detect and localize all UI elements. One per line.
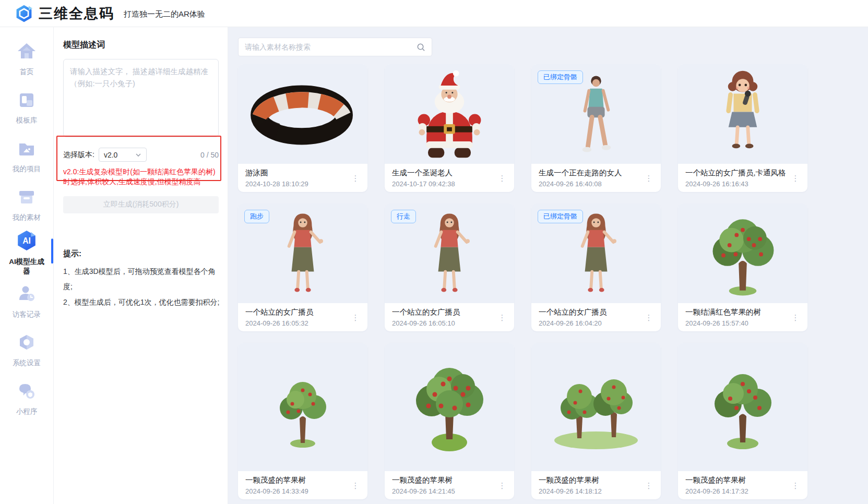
version-select[interactable]: v2.0 bbox=[99, 148, 147, 162]
sidebar-item-settings[interactable]: 系统设置 bbox=[0, 326, 53, 374]
more-menu-icon[interactable]: ⋮ bbox=[497, 316, 507, 319]
card-timestamp: 2024-09-26 16:40:08 bbox=[539, 180, 644, 188]
model-card[interactable]: 一颗茂盛的苹果树 2024-09-26 14:33:49 ⋮ bbox=[238, 343, 367, 499]
sidebar-item-materials[interactable]: 我的素材 bbox=[0, 180, 53, 229]
model-card[interactable]: 一个站立的女广播员,卡通风格 2024-09-26 16:16:43 ⋮ bbox=[678, 64, 807, 192]
sidebar-item-label: 模板库 bbox=[6, 116, 47, 125]
card-info: 一颗结满红色苹果的树 2024-09-26 15:57:40 ⋮ bbox=[678, 303, 807, 331]
sidebar-item-label: 系统设置 bbox=[6, 358, 47, 368]
card-title: 一个站立的女广播员 bbox=[539, 307, 644, 317]
card-title: 一颗茂盛的苹果树 bbox=[539, 475, 644, 485]
card-timestamp: 2024-09-26 15:57:40 bbox=[685, 319, 791, 327]
card-info: 生成一个正在走路的女人 2024-09-26 16:40:08 ⋮ bbox=[531, 164, 661, 192]
tips-title: 提示: bbox=[63, 249, 220, 259]
app-title: 三维全息码 bbox=[39, 4, 114, 23]
sidebar-item-label: 首页 bbox=[6, 67, 47, 77]
card-timestamp: 2024-09-26 16:05:32 bbox=[245, 319, 351, 327]
card-title: 一颗茂盛的苹果树 bbox=[392, 475, 497, 485]
card-timestamp: 2024-09-26 16:16:43 bbox=[685, 180, 791, 188]
card-info: 一个站立的女广播员 2024-09-26 16:05:10 ⋮ bbox=[385, 303, 514, 331]
more-menu-icon[interactable]: ⋮ bbox=[644, 316, 653, 319]
card-timestamp: 2024-09-26 16:04:20 bbox=[539, 319, 644, 327]
model-card[interactable]: 生成一个圣诞老人 2024-10-17 09:42:38 ⋮ bbox=[385, 64, 514, 192]
active-indicator bbox=[51, 238, 53, 263]
card-badge: 已绑定骨骼 bbox=[538, 70, 583, 84]
more-menu-icon[interactable]: ⋮ bbox=[351, 316, 360, 319]
more-menu-icon[interactable]: ⋮ bbox=[497, 177, 507, 179]
ai-generator-icon: AI bbox=[16, 230, 38, 254]
card-timestamp: 2024-09-26 14:18:12 bbox=[539, 487, 644, 495]
model-thumbnail bbox=[385, 64, 514, 164]
generator-panel: 模型描述词 选择版本: v2.0 0 / 50 v2.0:生成复杂模型时(如一颗… bbox=[54, 27, 228, 504]
chevron-down-icon bbox=[135, 152, 141, 158]
card-title: 一颗茂盛的苹果树 bbox=[245, 475, 351, 485]
model-card[interactable]: 一颗茂盛的苹果树 2024-09-26 14:18:12 ⋮ bbox=[531, 343, 661, 499]
model-card[interactable]: 已绑定骨骼 一个站立的女广播员 2024-09-26 16:04:20 ⋮ bbox=[531, 203, 661, 331]
settings-icon bbox=[16, 332, 37, 355]
more-menu-icon[interactable]: ⋮ bbox=[791, 484, 800, 487]
visitor-log-icon bbox=[16, 283, 37, 306]
model-thumbnail bbox=[678, 343, 807, 471]
more-menu-icon[interactable]: ⋮ bbox=[644, 177, 653, 179]
card-info: 生成一个圣诞老人 2024-10-17 09:42:38 ⋮ bbox=[385, 164, 514, 192]
model-thumbnail bbox=[385, 343, 514, 471]
model-thumbnail bbox=[238, 343, 367, 471]
more-menu-icon[interactable]: ⋮ bbox=[644, 484, 653, 487]
model-description-input[interactable] bbox=[63, 59, 219, 137]
card-timestamp: 2024-10-17 09:42:38 bbox=[392, 180, 497, 188]
sidebar-item-miniprogram[interactable]: 小程序 bbox=[0, 374, 53, 423]
card-badge: 行走 bbox=[391, 210, 416, 223]
more-menu-icon[interactable]: ⋮ bbox=[497, 484, 507, 487]
card-timestamp: 2024-09-26 14:21:45 bbox=[392, 487, 497, 495]
model-thumbnail bbox=[678, 64, 807, 164]
model-thumbnail bbox=[238, 64, 367, 164]
sidebar-item-projects[interactable]: 我的项目 bbox=[0, 131, 53, 180]
sidebar-item-ai-generator[interactable]: AI AI模型生成器 bbox=[0, 229, 53, 277]
miniprogram-icon bbox=[16, 380, 37, 403]
tips-section: 提示: 1、生成3D模型后，可拖动预览查看模型各个角度; 2、模型生成后，可优化… bbox=[63, 249, 220, 310]
sidebar-item-visitor-log[interactable]: 访客记录 bbox=[0, 277, 53, 326]
more-menu-icon[interactable]: ⋮ bbox=[791, 177, 800, 179]
card-info: 一个站立的女广播员,卡通风格 2024-09-26 16:16:43 ⋮ bbox=[678, 164, 807, 192]
materials-area: 游泳圈 2024-10-28 18:10:29 ⋮ 生成一个圣诞老人 2024-… bbox=[228, 27, 868, 504]
card-badge: 已绑定骨骼 bbox=[538, 210, 583, 223]
model-card[interactable]: 一颗茂盛的苹果树 2024-09-26 14:17:32 ⋮ bbox=[678, 343, 807, 499]
sidebar-item-label: 我的素材 bbox=[6, 213, 47, 222]
card-info: 一颗茂盛的苹果树 2024-09-26 14:21:45 ⋮ bbox=[385, 471, 514, 499]
search-icon[interactable] bbox=[417, 43, 425, 52]
sidebar-item-label: 我的项目 bbox=[6, 164, 47, 174]
card-timestamp: 2024-10-28 18:10:29 bbox=[245, 180, 351, 188]
card-badge: 跑步 bbox=[244, 210, 269, 223]
search-input[interactable] bbox=[245, 43, 417, 51]
version-label: 选择版本: bbox=[63, 150, 94, 160]
card-info: 一颗茂盛的苹果树 2024-09-26 14:17:32 ⋮ bbox=[678, 471, 807, 499]
sidebar-item-label: 访客记录 bbox=[6, 310, 47, 319]
card-info: 一颗茂盛的苹果树 2024-09-26 14:33:49 ⋮ bbox=[238, 471, 367, 499]
model-card[interactable]: 一颗茂盛的苹果树 2024-09-26 14:21:45 ⋮ bbox=[385, 343, 514, 499]
model-card[interactable]: 跑步 一个站立的女广播员 2024-09-26 16:05:32 ⋮ bbox=[238, 203, 367, 331]
generate-button[interactable]: 立即生成(消耗500积分) bbox=[63, 196, 219, 213]
sidebar-item-home[interactable]: 首页 bbox=[0, 34, 53, 83]
svg-text:AI: AI bbox=[22, 236, 31, 245]
card-title: 一个站立的女广播员 bbox=[245, 307, 351, 317]
more-menu-icon[interactable]: ⋮ bbox=[791, 316, 800, 319]
home-icon bbox=[16, 41, 37, 64]
sidebar-item-template-library[interactable]: 模板库 bbox=[0, 83, 53, 131]
more-menu-icon[interactable]: ⋮ bbox=[351, 177, 360, 179]
model-card[interactable]: 一颗结满红色苹果的树 2024-09-26 15:57:40 ⋮ bbox=[678, 203, 807, 331]
model-card[interactable]: 游泳圈 2024-10-28 18:10:29 ⋮ bbox=[238, 64, 367, 192]
model-card[interactable]: 行走 一个站立的女广播员 2024-09-26 16:05:10 ⋮ bbox=[385, 203, 514, 331]
search-box bbox=[238, 38, 432, 56]
card-grid: 游泳圈 2024-10-28 18:10:29 ⋮ 生成一个圣诞老人 2024-… bbox=[238, 64, 868, 499]
model-thumbnail bbox=[678, 203, 807, 303]
model-card[interactable]: 已绑定骨骼 生成一个正在走路的女人 2024-09-26 16:40:08 ⋮ bbox=[531, 64, 661, 192]
card-title: 一个站立的女广播员 bbox=[392, 307, 497, 317]
card-title: 一颗结满红色苹果的树 bbox=[685, 307, 791, 317]
more-menu-icon[interactable]: ⋮ bbox=[351, 484, 360, 487]
card-info: 一颗茂盛的苹果树 2024-09-26 14:18:12 ⋮ bbox=[531, 471, 661, 499]
materials-icon bbox=[16, 186, 37, 209]
card-timestamp: 2024-09-26 14:17:32 bbox=[685, 487, 791, 495]
model-thumbnail bbox=[531, 343, 661, 471]
template-library-icon bbox=[16, 89, 37, 112]
panel-title: 模型描述词 bbox=[63, 40, 218, 51]
